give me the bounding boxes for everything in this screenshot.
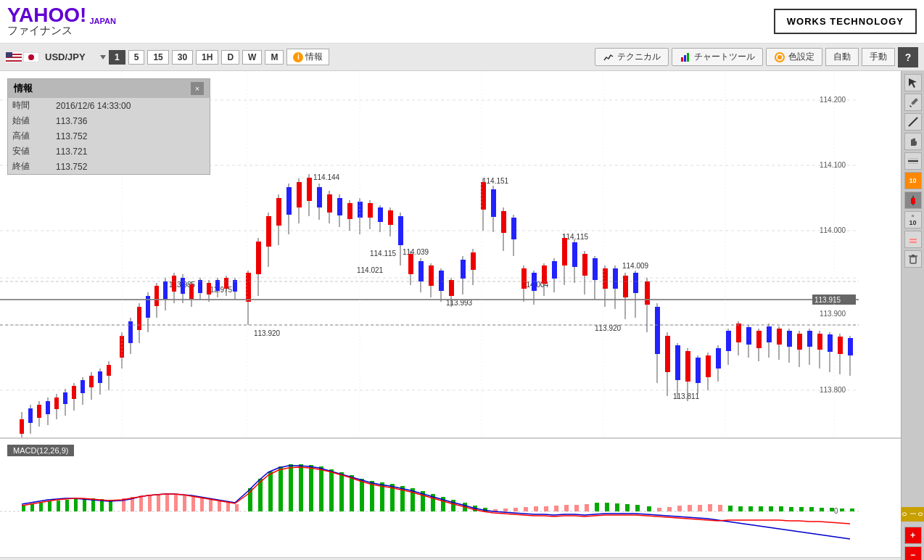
svg-rect-245	[268, 472, 273, 511]
svg-text:114.115: 114.115	[370, 250, 397, 258]
macd-zero-label: 0	[834, 507, 838, 515]
hand-icon[interactable]	[904, 133, 922, 150]
time-btn-m[interactable]: M	[265, 50, 284, 65]
svg-rect-268	[503, 508, 508, 511]
info-popup-close-button[interactable]: ×	[191, 82, 204, 95]
svg-text:114.100: 114.100	[820, 161, 846, 169]
svg-text:113.920: 113.920	[595, 324, 622, 332]
time-btn-1h[interactable]: 1H	[196, 50, 218, 65]
open-value: 113.736	[51, 113, 210, 128]
svg-rect-187	[797, 334, 802, 350]
time-btn-15[interactable]: 15	[147, 50, 168, 65]
svg-rect-289	[718, 505, 722, 511]
svg-rect-235	[174, 495, 178, 511]
svg-rect-285	[677, 506, 682, 511]
hline-icon[interactable]	[904, 152, 922, 170]
svg-line-306	[909, 118, 917, 126]
high-label: 高値	[8, 128, 51, 144]
svg-rect-133	[521, 268, 527, 289]
svg-rect-250	[319, 466, 323, 511]
trash-icon[interactable]	[904, 250, 922, 268]
close-label: 終値	[8, 159, 51, 174]
chart-tool-button[interactable]: チャートツール	[672, 48, 763, 66]
pair-dropdown[interactable]	[100, 55, 106, 59]
svg-rect-69	[198, 280, 202, 293]
svg-rect-224	[74, 499, 78, 511]
svg-rect-295	[779, 506, 783, 511]
svg-rect-239	[209, 500, 213, 511]
remove-indicator-icon[interactable]: −	[904, 546, 922, 560]
candle-icon[interactable]	[904, 192, 922, 209]
n10-icon[interactable]: ⁿ10	[904, 211, 922, 228]
pencil-icon[interactable]	[904, 94, 922, 111]
svg-rect-59	[154, 286, 159, 306]
time-btn-1[interactable]: 1	[109, 50, 125, 65]
manual-button[interactable]: 手動	[862, 48, 895, 66]
price-marker-icon[interactable]: 10	[904, 172, 922, 189]
svg-rect-145	[582, 254, 587, 276]
svg-rect-65	[181, 278, 185, 294]
svg-rect-89	[297, 182, 302, 207]
x-axis: 14:45 15:00 15:15 15:30 15:45 16:00 16:1…	[0, 557, 901, 560]
svg-rect-254	[360, 479, 364, 511]
svg-rect-272	[544, 506, 548, 511]
svg-rect-231	[139, 495, 143, 511]
time-btn-d[interactable]: D	[221, 50, 239, 65]
svg-text:113.811: 113.811	[673, 392, 700, 400]
line-tool-icon[interactable]	[904, 113, 922, 131]
svg-rect-137	[542, 265, 547, 284]
add-indicator-icon[interactable]: +	[904, 527, 922, 544]
svg-rect-297	[799, 507, 804, 511]
svg-rect-115	[429, 265, 434, 286]
svg-rect-43	[81, 380, 85, 393]
svg-rect-294	[769, 506, 773, 511]
svg-rect-197	[848, 338, 853, 355]
svg-rect-35	[46, 401, 50, 414]
info-button[interactable]: i 情報	[286, 49, 329, 65]
cursor-icon[interactable]	[904, 74, 922, 91]
svg-rect-33	[37, 405, 41, 418]
technical-button[interactable]: テクニカル	[595, 48, 669, 66]
svg-marker-303	[909, 78, 917, 88]
eraser-icon[interactable]	[904, 231, 922, 248]
info-popup: 情報 × 時間 2016/12/6 14:33:00 始値 113.736 高値…	[7, 78, 210, 175]
svg-rect-302	[850, 508, 854, 511]
svg-rect-103	[368, 203, 373, 218]
svg-text:113.920: 113.920	[254, 329, 281, 337]
svg-rect-117	[439, 271, 444, 291]
svg-rect-131	[511, 218, 516, 239]
svg-rect-277	[595, 503, 599, 511]
svg-rect-246	[279, 466, 283, 511]
time-btn-w[interactable]: W	[242, 50, 262, 65]
svg-rect-253	[350, 475, 354, 511]
svg-rect-77	[233, 280, 237, 292]
svg-rect-105	[378, 207, 383, 222]
svg-rect-55	[137, 307, 141, 330]
time-btn-30[interactable]: 30	[172, 50, 193, 65]
right-sidebar: 10 ⁿ10 Color + −	[901, 71, 924, 560]
help-button[interactable]: ?	[898, 47, 918, 67]
svg-rect-232	[148, 495, 152, 511]
svg-rect-236	[183, 495, 186, 511]
info-close-row: 終値 113.752	[8, 159, 210, 174]
svg-rect-67	[189, 284, 194, 299]
time-btn-5[interactable]: 5	[128, 50, 145, 65]
svg-rect-155	[633, 273, 638, 293]
svg-rect-139	[552, 261, 557, 279]
svg-rect-310	[911, 198, 915, 204]
close-value: 113.752	[51, 159, 210, 174]
svg-rect-121	[461, 260, 466, 279]
color-button[interactable]: 色設定	[766, 48, 822, 66]
low-label: 安値	[8, 144, 51, 159]
high-value: 113.752	[51, 128, 210, 144]
low-value: 113.721	[51, 144, 210, 159]
svg-rect-167	[696, 358, 701, 383]
svg-text:114.039: 114.039	[403, 248, 429, 256]
yahoo-text: YAHOO!	[7, 5, 86, 25]
svg-rect-49	[107, 365, 111, 376]
auto-button[interactable]: 自動	[825, 48, 859, 66]
time-label: 時間	[8, 98, 51, 113]
works-technology-button[interactable]: WORKS TECHNOLOGY	[774, 9, 917, 34]
svg-rect-127	[491, 189, 496, 217]
svg-marker-305	[909, 105, 912, 107]
